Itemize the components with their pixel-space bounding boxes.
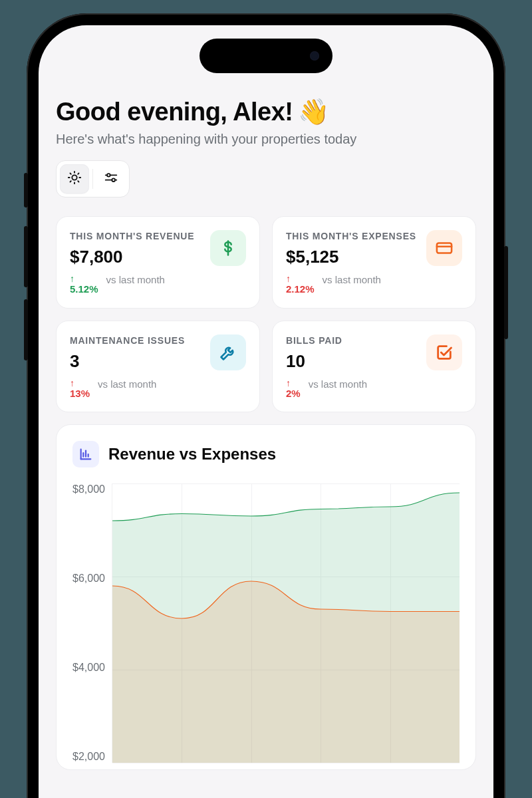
card-revenue[interactable]: THIS MONTH'S REVENUE $7,800 ↑ 5.12% vs l… xyxy=(56,216,260,309)
card-maintenance[interactable]: MAINTENANCE ISSUES 3 ↑ 13% vs last month xyxy=(56,321,260,413)
card-delta: ↑ 13% vs last month xyxy=(70,378,246,400)
card-delta: ↑ 5.12% vs last month xyxy=(70,274,246,296)
y-tick: $4,000 xyxy=(72,662,105,674)
card-label: THIS MONTH'S EXPENSES xyxy=(286,230,416,243)
card-label: MAINTENANCE ISSUES xyxy=(70,334,185,347)
phone-side-button xyxy=(24,226,28,287)
delta-percent: 2% xyxy=(286,388,301,400)
sliders-icon xyxy=(104,170,118,188)
arrow-up-icon: ↑ xyxy=(286,378,291,388)
card-value: 10 xyxy=(286,351,342,372)
svg-point-4 xyxy=(112,178,115,182)
arrow-up-icon: ↑ xyxy=(286,274,291,283)
check-square-icon xyxy=(426,334,462,370)
chart-svg xyxy=(112,483,460,763)
header-toolbar xyxy=(56,160,130,198)
phone-frame: Good evening, Alex! 👋 Here's what's happ… xyxy=(27,13,505,798)
greeting-text: Good evening, Alex! xyxy=(56,98,293,126)
delta-percent: 5.12% xyxy=(70,283,98,296)
chart-plot-area[interactable] xyxy=(112,483,460,763)
arrow-up-icon: ↑ xyxy=(70,378,74,388)
delta-compare: vs last month xyxy=(106,274,165,287)
arrow-up-icon: ↑ xyxy=(70,274,74,283)
delta-compare: vs last month xyxy=(323,274,381,287)
svg-rect-6 xyxy=(437,243,452,253)
card-bills[interactable]: BILLS PAID 10 ↑ 2% vs last month xyxy=(272,321,476,413)
y-tick: $2,000 xyxy=(72,751,105,763)
card-value: $5,125 xyxy=(286,247,416,267)
phone-side-button xyxy=(24,173,28,207)
wrench-icon xyxy=(210,334,246,370)
chart-y-axis: $8,000 $6,000 $4,000 $2,000 xyxy=(72,483,112,763)
theme-toggle-button[interactable] xyxy=(60,164,89,194)
wave-emoji-icon: 👋 xyxy=(298,97,329,126)
toolbar-separator xyxy=(92,169,93,189)
chart-header: Revenue vs Expenses xyxy=(72,441,460,467)
chart-card: Revenue vs Expenses $8,000 $6,000 $4,000… xyxy=(56,424,476,770)
card-label: THIS MONTH'S REVENUE xyxy=(70,230,194,243)
phone-side-button xyxy=(24,299,28,360)
chart-body: $8,000 $6,000 $4,000 $2,000 xyxy=(72,483,460,763)
card-label: BILLS PAID xyxy=(286,334,342,347)
chart-title: Revenue vs Expenses xyxy=(108,445,276,464)
credit-card-icon xyxy=(426,230,462,266)
phone-side-button xyxy=(504,246,508,339)
sun-icon xyxy=(67,170,82,188)
card-expenses[interactable]: THIS MONTH'S EXPENSES $5,125 ↑ 2.12% vs … xyxy=(272,216,476,309)
y-tick: $8,000 xyxy=(72,483,105,495)
greeting-heading: Good evening, Alex! 👋 xyxy=(56,97,476,126)
delta-percent: 2.12% xyxy=(286,283,315,296)
delta-compare: vs last month xyxy=(98,378,156,391)
filters-button[interactable] xyxy=(96,164,126,194)
delta-percent: 13% xyxy=(70,388,90,400)
stats-grid: THIS MONTH'S REVENUE $7,800 ↑ 5.12% vs l… xyxy=(56,216,476,412)
svg-point-3 xyxy=(107,174,110,177)
card-value: 3 xyxy=(70,351,185,372)
dashboard-content: Good evening, Alex! 👋 Here's what's happ… xyxy=(39,25,493,770)
svg-point-0 xyxy=(72,175,76,180)
dollar-icon xyxy=(210,230,246,266)
phone-notch xyxy=(200,39,332,73)
delta-compare: vs last month xyxy=(309,378,367,391)
card-delta: ↑ 2% vs last month xyxy=(286,378,462,400)
phone-camera xyxy=(310,51,319,61)
y-tick: $6,000 xyxy=(72,573,105,585)
bar-chart-icon xyxy=(72,441,99,467)
phone-screen: Good evening, Alex! 👋 Here's what's happ… xyxy=(39,25,493,798)
card-delta: ↑ 2.12% vs last month xyxy=(286,274,462,296)
greeting-subtitle: Here's what's happening with your proper… xyxy=(56,132,476,147)
card-value: $7,800 xyxy=(70,247,194,267)
